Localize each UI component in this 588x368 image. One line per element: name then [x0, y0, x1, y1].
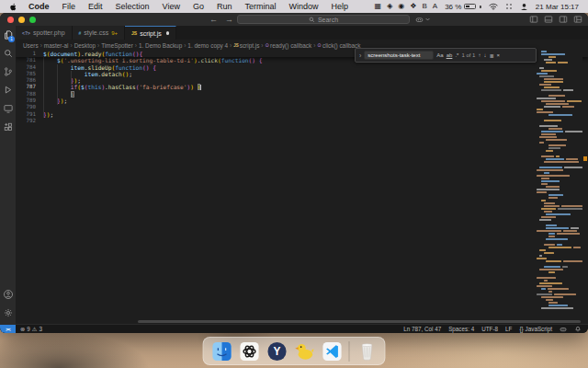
- notifications-bell-icon[interactable]: [574, 326, 582, 333]
- navigate-back-icon[interactable]: ←: [209, 15, 218, 24]
- battery-indicator[interactable]: 36 %: [445, 3, 481, 11]
- breadcrumb-item[interactable]: 1. demo copy 4: [187, 42, 228, 49]
- code-line-784[interactable]: 784 item.slideUp(function() {: [16, 64, 588, 71]
- zoom-window-button[interactable]: [29, 17, 36, 23]
- encoding[interactable]: UTF-8: [481, 326, 498, 332]
- dock-icon-vscode[interactable]: [322, 340, 343, 362]
- line-number: 786: [16, 77, 36, 84]
- menubar-clock[interactable]: 21 Mar 15:17: [536, 3, 579, 11]
- bluetooth-app-icon[interactable]: B: [422, 0, 426, 13]
- navigate-forward-icon[interactable]: →: [225, 15, 233, 24]
- customize-layout-icon[interactable]: [573, 15, 582, 24]
- eol-sequence[interactable]: LF: [505, 326, 512, 332]
- close-find-icon[interactable]: ×: [496, 52, 500, 58]
- settings-gear-icon[interactable]: [1, 305, 15, 320]
- dock-icon-cyberduck[interactable]: [294, 340, 315, 362]
- breadcrumb-item[interactable]: Desktop: [74, 42, 96, 49]
- dock-icon-yandex-browser[interactable]: Y: [266, 340, 288, 362]
- extensions-icon[interactable]: [1, 120, 15, 134]
- dock-icon-chatgpt[interactable]: [239, 340, 260, 362]
- command-center-label: Search: [318, 17, 338, 23]
- menu-item-window[interactable]: Window: [282, 0, 324, 13]
- openai-icon[interactable]: ◈: [387, 0, 392, 13]
- toggle-replace-icon[interactable]: ›: [359, 52, 361, 59]
- find-input[interactable]: screenshots-task-text: [364, 51, 434, 60]
- menu-item-code[interactable]: Code: [22, 0, 56, 13]
- toggle-panel-icon[interactable]: [544, 15, 553, 24]
- run-debug-icon[interactable]: [1, 83, 15, 98]
- copilot-menu-button[interactable]: [415, 15, 430, 24]
- js-file-icon: JS: [233, 43, 239, 48]
- menu-item-terminal[interactable]: Terminal: [238, 0, 282, 13]
- user-menu-icon[interactable]: [520, 3, 528, 11]
- menu-item-view[interactable]: View: [156, 0, 187, 13]
- code-line-788[interactable]: 788 }: [16, 91, 588, 98]
- whole-word-icon[interactable]: ab: [447, 52, 453, 58]
- breadcrumb-item[interactable]: 1. Demo Backup: [139, 42, 182, 49]
- previous-match-icon[interactable]: ↑: [478, 52, 481, 58]
- menu-item-file[interactable]: File: [56, 0, 83, 13]
- find-in-selection-icon[interactable]: ≣: [489, 52, 493, 59]
- code-line-791[interactable]: 791});: [16, 111, 588, 118]
- menu-item-selection[interactable]: Selection: [109, 0, 156, 13]
- line-number: 1: [16, 51, 36, 57]
- explorer-icon[interactable]: 1: [1, 28, 15, 42]
- next-match-icon[interactable]: ↓: [483, 52, 486, 58]
- code-editor[interactable]: 1$(document).ready(function(){ 781 $('.u…: [16, 51, 588, 321]
- source-control-icon[interactable]: [1, 64, 15, 79]
- dock-icon-trash[interactable]: [356, 340, 378, 362]
- match-case-icon[interactable]: Aa: [436, 52, 443, 58]
- menu-item-run[interactable]: Run: [210, 0, 239, 13]
- language-mode[interactable]: {} JavaScript: [519, 326, 552, 332]
- minimize-window-button[interactable]: [18, 17, 25, 23]
- horizontal-scrollbar[interactable]: [138, 320, 581, 323]
- dirty-indicator-icon[interactable]: [166, 31, 170, 35]
- code-line-790[interactable]: 790: [16, 104, 588, 110]
- problems-indicator[interactable]: ⊗9 ⚠3: [20, 326, 42, 332]
- record-icon[interactable]: ◉: [398, 0, 404, 13]
- breadcrumb-item[interactable]: script.js: [240, 42, 260, 49]
- breadcrumb-item[interactable]: master-al: [44, 42, 69, 49]
- breadcrumb-item[interactable]: TimeSpotter: [101, 42, 133, 49]
- dock-icon-finder[interactable]: [211, 340, 232, 362]
- code-line-787[interactable]: 787 if($(this).hasClass('fa-briefcase'))…: [16, 84, 588, 90]
- code-line-785[interactable]: 785 item.detach();: [16, 71, 588, 77]
- menu-item-go[interactable]: Go: [187, 0, 210, 13]
- shapes-icon[interactable]: ❖: [410, 0, 416, 13]
- code-text: $('.unsorting-list i.sorting-table-td-i'…: [43, 57, 263, 63]
- code-line-786[interactable]: 786 });: [16, 77, 588, 84]
- toggle-primary-sidebar-icon[interactable]: [529, 15, 538, 24]
- tab-spotter.php[interactable]: <?>spotter.php: [16, 26, 73, 40]
- remote-explorer-icon[interactable]: [1, 101, 15, 116]
- control-center-icon[interactable]: [505, 3, 513, 10]
- activity-bar: 1: [0, 26, 16, 324]
- menubar-status-area: ▦◈◉❖BA 36 % 21 Mar 15:17: [375, 0, 579, 13]
- tab-style.css[interactable]: #style.css9+: [73, 26, 125, 40]
- toggle-secondary-sidebar-icon[interactable]: [559, 15, 568, 24]
- copilot-status-icon[interactable]: [560, 326, 567, 333]
- cursor-position[interactable]: Ln 787, Col 47: [403, 326, 441, 332]
- keyboard-icon[interactable]: ▦: [375, 0, 382, 13]
- chevron-down-icon: [425, 17, 430, 21]
- search-sidebar-icon[interactable]: [1, 46, 15, 61]
- breadcrumb-item[interactable]: Users: [23, 42, 39, 49]
- code-line-792[interactable]: 792: [16, 118, 588, 124]
- menu-item-edit[interactable]: Edit: [82, 0, 109, 13]
- tab-script.js[interactable]: JSscript.js: [125, 26, 176, 40]
- remote-indicator[interactable]: ><: [0, 325, 16, 334]
- command-center-search[interactable]: Search: [237, 15, 410, 24]
- input-source-icon[interactable]: A: [433, 0, 437, 13]
- apple-menu-icon[interactable]: [9, 2, 18, 11]
- wifi-icon[interactable]: [489, 3, 498, 10]
- code-line-789[interactable]: 789 });: [16, 98, 588, 104]
- breadcrumb-item[interactable]: ready() callback: [270, 42, 311, 49]
- minimap[interactable]: [537, 51, 582, 320]
- regex-icon[interactable]: .*: [455, 52, 458, 58]
- macos-menubar: CodeFileEditSelectionViewGoRunTerminalWi…: [0, 0, 588, 13]
- explorer-badge: 1: [8, 36, 15, 42]
- line-number: 791: [16, 111, 36, 118]
- menu-item-help[interactable]: Help: [324, 0, 355, 13]
- accounts-icon[interactable]: [1, 287, 15, 302]
- close-window-button[interactable]: [7, 17, 14, 23]
- indentation[interactable]: Spaces: 4: [448, 326, 474, 332]
